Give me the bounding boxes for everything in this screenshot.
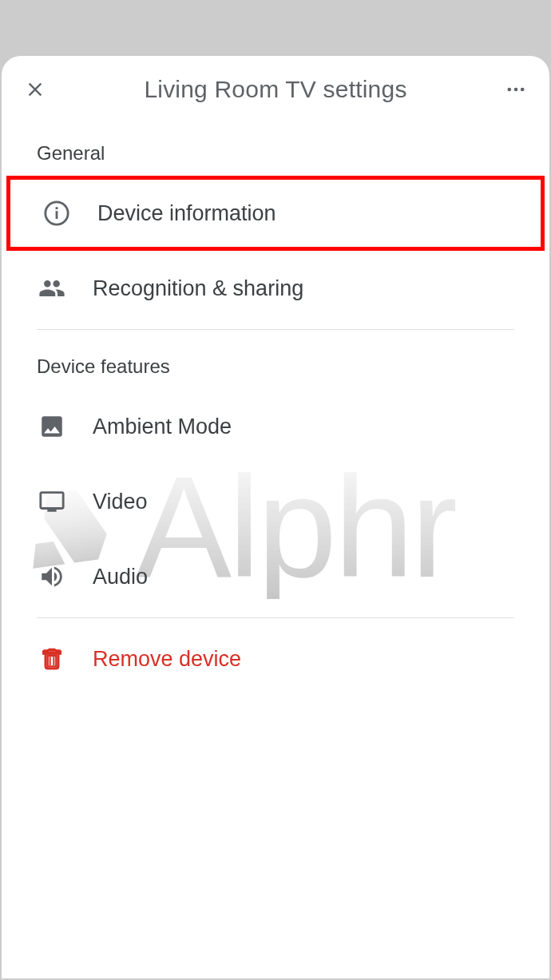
item-label: Remove device [93,647,241,672]
people-icon [37,273,67,304]
item-label: Video [93,490,148,514]
more-button[interactable] [501,75,530,104]
svg-rect-4 [56,211,58,219]
settings-sheet: Alphr Living Room TV settings [2,56,549,978]
item-label: Ambient Mode [93,415,232,439]
item-ambient-mode[interactable]: Ambient Mode [2,389,549,464]
svg-rect-7 [53,657,54,665]
section-header-device-features: Device features [2,333,549,389]
item-video[interactable]: Video [2,464,549,539]
item-recognition-sharing[interactable]: Recognition & sharing [2,251,549,326]
divider [37,329,514,330]
item-label: Audio [93,565,148,589]
divider [37,617,514,618]
volume-icon [37,561,67,592]
svg-rect-6 [50,657,51,665]
page-title: Living Room TV settings [50,76,501,103]
item-audio[interactable]: Audio [2,539,549,614]
svg-rect-5 [56,207,58,209]
trash-icon [37,644,67,674]
section-header-general: General [2,120,549,176]
item-label: Device information [97,201,276,226]
more-horiz-icon [505,78,527,101]
close-button[interactable] [21,75,50,104]
item-label: Recognition & sharing [93,276,303,301]
item-device-information[interactable]: Device information [6,176,545,251]
svg-point-0 [508,88,512,92]
svg-point-2 [521,88,525,92]
tv-icon [37,486,67,517]
info-icon [42,198,72,228]
item-remove-device[interactable]: Remove device [2,621,549,696]
svg-point-1 [514,88,518,92]
header-bar: Living Room TV settings [2,56,549,120]
close-icon [24,78,46,101]
image-icon [37,411,67,442]
